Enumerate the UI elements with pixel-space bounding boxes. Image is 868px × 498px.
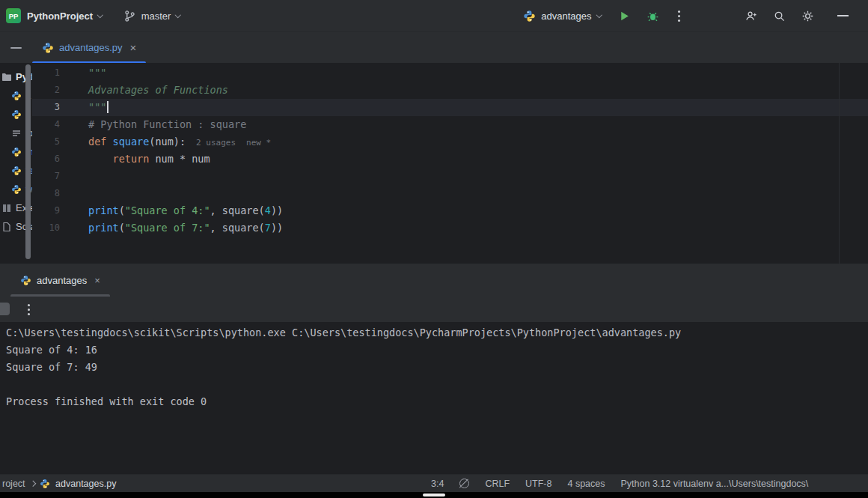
minimize-button[interactable] [837,15,849,16]
run-options-button[interactable] [25,303,32,315]
code-line[interactable]: 7 [32,168,868,185]
run-toolbar [0,297,868,322]
lines-icon [11,128,22,139]
code-token: )) [271,204,283,216]
project-scrollbar[interactable] [25,64,31,259]
status-breadcrumb: roject advantages.py [0,479,116,489]
code-with-me-button[interactable] [745,10,757,22]
code-token: , square( [210,204,265,216]
right-margin-guide [839,63,840,264]
code-line[interactable]: 6 return num * num [32,151,868,168]
code-token: def [88,136,113,148]
editor[interactable]: 1"""2Advantages of Functions3"""4# Pytho… [32,63,868,264]
python-icon [40,479,50,489]
python-icon [11,109,22,120]
title-bar-actions: advantages [522,7,868,25]
taskbar-pill [423,494,445,497]
console-line: C:\Users\testingdocs\scikit\Scripts\pyth… [6,324,868,341]
encoding-widget[interactable]: UTF-8 [525,479,551,489]
hide-project-panel-button[interactable] [10,47,22,49]
code-line[interactable]: 4# Python Function : square [32,116,868,133]
editor-tab-bar: advantages.py × [0,31,868,63]
code-line[interactable]: 1""" [32,64,868,82]
lib-icon [1,203,12,213]
code-token: 2 usages [196,138,236,148]
code-token: "Square of 7:" [125,222,210,234]
code-line[interactable]: 8 [32,185,868,202]
line-number: 9 [32,202,60,219]
project-tool-window: PythadlomtewExteScra [0,63,32,264]
breadcrumb-file[interactable]: advantages.py [55,479,116,489]
search-everywhere-button[interactable] [773,10,786,22]
code-line[interactable]: 10print("Square of 7:", square(7)) [32,219,868,237]
project-selector[interactable]: PythonProject [21,7,109,25]
code-token: Advantages of Functions [88,84,228,96]
python-icon [11,147,22,157]
run-config-selector[interactable]: advantages [522,7,602,25]
code-token: square [113,136,150,148]
settings-button[interactable] [801,10,814,22]
chevron-down-icon [97,12,103,18]
kebab-menu-icon [28,309,30,311]
run-tab-advantages[interactable]: advantages × [10,264,110,297]
code-line[interactable]: 9print("Square of 4:", square(4)) [32,202,868,219]
line-number: 5 [32,133,60,151]
editor-tab-advantages[interactable]: advantages.py × [32,32,146,64]
close-tab-button[interactable]: × [130,42,137,53]
run-console[interactable]: C:\Users\testingdocs\scikit\Scripts\pyth… [0,322,868,474]
console-line: Square of 4: 16 [6,341,868,359]
line-number: 8 [32,185,60,202]
project-logo: PP [6,8,21,23]
run-button[interactable] [618,10,631,22]
console-line: Process finished with exit code 0 [6,393,868,410]
branch-selector[interactable]: master [117,7,186,25]
close-run-tab-button[interactable]: × [94,276,100,285]
code-token: 4 [265,204,271,216]
run-tab-label: advantages [37,275,87,286]
code-token [88,153,113,165]
chevron-down-icon [175,12,181,18]
line-number: 4 [32,116,60,133]
line-number: 1 [32,64,60,82]
code-token: ( [119,222,125,234]
code-line[interactable]: 3""" [32,99,868,116]
code-token: num * num [149,153,210,165]
line-number: 6 [32,151,60,168]
python-icon [11,91,22,101]
breadcrumb-project[interactable]: roject [2,479,25,489]
line-number: 3 [32,99,60,116]
code-token: (num): [149,136,186,148]
line-ending-widget[interactable]: CRLF [485,479,510,489]
python-icon [42,42,54,54]
python-icon [523,10,536,22]
line-number: 7 [32,168,60,185]
caret-position-widget[interactable]: 3:4 [431,479,444,489]
title-bar: PP PythonProject master advantages [0,0,868,31]
run-tool-window-header: advantages × [0,264,868,297]
debug-button[interactable] [647,10,659,22]
chevron-down-icon [596,12,602,18]
python-icon [20,275,31,286]
code-token: return [113,153,150,165]
kebab-menu-icon [678,15,680,17]
code-line[interactable]: 2Advantages of Functions [32,82,868,99]
work-area: PythadlomtewExteScra 1"""2Advantages of … [0,63,868,264]
text-caret [107,101,109,113]
chevron-right-icon [29,481,35,487]
scratch-icon [1,222,12,232]
highlighting-off-icon[interactable] [459,479,469,488]
indent-widget[interactable]: 4 spaces [567,479,605,489]
status-widgets: 3:4 CRLF UTF-8 4 spaces Python 3.12 virt… [431,475,808,492]
more-actions-button[interactable] [675,10,682,22]
code-token: 7 [265,222,271,234]
interpreter-widget[interactable]: Python 3.12 virtualenv a...\Users\testin… [621,479,809,489]
line-number: 10 [32,219,60,237]
pycharm-window: PP PythonProject master advantages [0,0,868,498]
status-bar: roject advantages.py 3:4 CRLF UTF-8 4 sp… [0,474,868,492]
console-line [6,376,868,393]
code-token: print [88,222,119,234]
toolbar-handle[interactable] [0,303,10,315]
code-token: print [88,204,119,216]
code-line[interactable]: 5def square(num):2 usagesnew * [32,133,868,151]
code-token: new * [246,138,271,148]
